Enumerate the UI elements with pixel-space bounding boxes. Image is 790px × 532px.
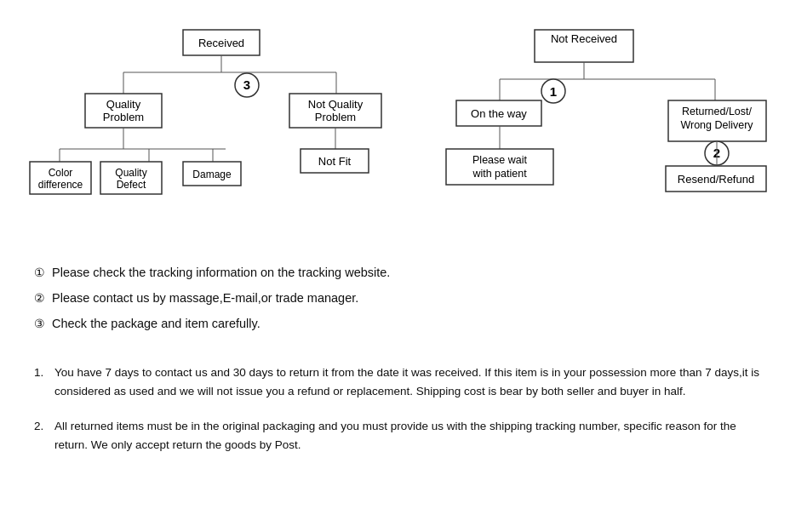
not-fit-label: Not Fit bbox=[318, 155, 352, 168]
please-wait-label: Please wait bbox=[472, 154, 527, 166]
rule-1-num: 1. bbox=[34, 363, 54, 400]
quality-problem-label2: Problem bbox=[103, 111, 144, 123]
received-label: Received bbox=[198, 37, 244, 49]
badge-1: 1 bbox=[550, 84, 557, 99]
not-received-label: Not Received bbox=[551, 32, 617, 45]
not-quality-label2: Problem bbox=[315, 111, 356, 123]
instruction-2: ② Please contact us by massage,E-mail,or… bbox=[34, 289, 764, 308]
quality-defect-label2: Defect bbox=[117, 179, 146, 191]
rule-1: 1. You have 7 days to contact us and 30 … bbox=[34, 363, 764, 400]
badge-circle-3: ③ bbox=[34, 315, 45, 333]
quality-problem-label: Quality bbox=[106, 98, 141, 111]
badge-circle-2: ② bbox=[34, 289, 45, 307]
badge-circle-1: ① bbox=[34, 264, 45, 282]
on-the-way-label: On the way bbox=[471, 107, 527, 120]
flowchart: Received 3 Quality Problem Not Quality P… bbox=[26, 17, 764, 255]
instruction-3: ③ Check the package and item carefully. bbox=[34, 315, 764, 334]
instructions-section: ① Please check the tracking information … bbox=[26, 264, 764, 333]
rule-2-text: All returned items must be in the origin… bbox=[54, 417, 764, 454]
not-quality-label: Not Quality bbox=[308, 98, 364, 111]
instruction-1-text: Please check the tracking information on… bbox=[52, 264, 390, 283]
damage-label: Damage bbox=[192, 169, 232, 180]
color-diff-label2: difference bbox=[38, 179, 83, 191]
please-wait-label2: with patient bbox=[472, 168, 527, 180]
rule-2-num: 2. bbox=[34, 417, 54, 454]
resend-refund-label: Resend/Refund bbox=[678, 173, 754, 186]
returned-label: Returned/Lost/ bbox=[682, 106, 753, 117]
quality-defect-label: Quality bbox=[115, 167, 146, 179]
rule-1-text: You have 7 days to contact us and 30 day… bbox=[54, 363, 764, 400]
instruction-3-text: Check the package and item carefully. bbox=[52, 315, 260, 334]
returned-label2: Wrong Delivery bbox=[680, 119, 753, 131]
rule-2: 2. All returned items must be in the ori… bbox=[34, 417, 764, 454]
rules-section: 1. You have 7 days to contact us and 30 … bbox=[26, 363, 764, 454]
color-diff-label: Color bbox=[49, 167, 73, 179]
instruction-1: ① Please check the tracking information … bbox=[34, 264, 764, 283]
instruction-2-text: Please contact us by massage,E-mail,or t… bbox=[52, 289, 358, 308]
badge-3: 3 bbox=[243, 77, 250, 92]
